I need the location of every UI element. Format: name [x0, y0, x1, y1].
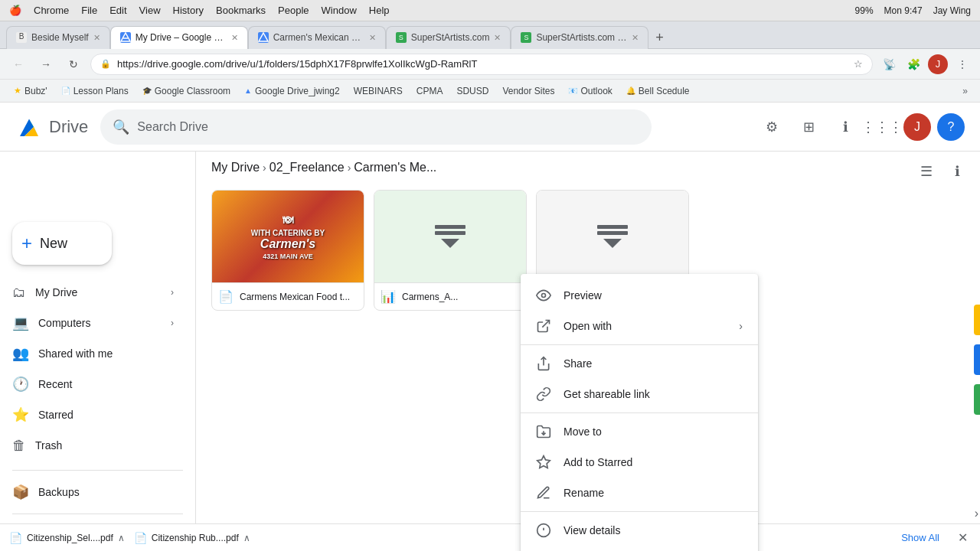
bookmark-cpma[interactable]: CPMA	[410, 83, 449, 99]
sidebar-item-computers[interactable]: 💻 Computers ›	[0, 308, 186, 338]
bookmark-sdusd[interactable]: SDUSD	[450, 83, 495, 99]
tab-carmen[interactable]: Carmen's Mexican Foo... ✕	[248, 26, 386, 49]
my-drive-expand[interactable]: ›	[171, 287, 174, 298]
menu-item-move-to[interactable]: Move to	[521, 416, 758, 447]
file-card-1[interactable]: 🍽 WITH CATERING BY Carmen's 4321 MAIN AV…	[211, 190, 364, 311]
grid-icon[interactable]: ⊞	[793, 112, 824, 142]
file-card-info-2: 📊 Carmens_A...	[374, 282, 526, 310]
menu-item-preview[interactable]: Preview	[521, 280, 758, 311]
sidebar-item-recent[interactable]: 🕐 Recent	[0, 369, 186, 399]
bookmark-drive[interactable]: ▲ Google Drive_jwing2	[238, 83, 346, 99]
settings-icon[interactable]: ⚙	[756, 112, 787, 142]
bookmarks-overflow[interactable]: »	[958, 83, 972, 99]
people-menu[interactable]: People	[278, 5, 309, 16]
menu-item-open-with[interactable]: Open with ›	[521, 311, 758, 341]
bookmark-lesson-plans[interactable]: 📄 Lesson Plans	[55, 83, 135, 99]
show-all-button[interactable]: Show All	[895, 529, 946, 546]
details-icon	[536, 523, 551, 538]
breadcrumb-current: Carmen's Me...	[354, 161, 436, 174]
expand-arrow[interactable]: ›	[975, 507, 978, 520]
view-menu[interactable]: View	[139, 5, 161, 16]
apps-icon[interactable]: ⋮⋮⋮	[867, 112, 897, 142]
address-input[interactable]: 🔒 https://drive.google.com/drive/u/1/fol…	[90, 54, 873, 75]
sidebar-item-trash[interactable]: 🗑 Trash	[0, 430, 186, 461]
edit-menu[interactable]: Edit	[109, 5, 126, 16]
tab-close-4[interactable]: ✕	[494, 33, 501, 43]
back-button[interactable]: ←	[8, 54, 29, 75]
account-icon[interactable]: J	[928, 54, 948, 74]
drive-logo[interactable]: Drive	[15, 113, 88, 141]
tab-close-5[interactable]: ✕	[632, 33, 639, 43]
drive-search[interactable]: 🔍 Search Drive	[100, 109, 652, 145]
breadcrumb: My Drive › 02_Freelance › Carmen's Me...	[196, 152, 980, 181]
history-menu[interactable]: History	[173, 5, 204, 16]
share-icon	[536, 356, 551, 371]
file-menu[interactable]: File	[81, 5, 97, 16]
forward-button[interactable]: →	[35, 54, 57, 75]
list-view-button[interactable]: ☰	[913, 158, 940, 185]
sidebar-item-shared[interactable]: 👥 Shared with me	[0, 338, 186, 369]
starred-icon: ⭐	[12, 406, 29, 423]
tab-beside-myself[interactable]: B Beside Myself ✕	[6, 26, 110, 49]
downloads-close-button[interactable]: ✕	[955, 527, 971, 548]
sidebar-item-starred[interactable]: ⭐ Starred	[0, 399, 186, 430]
menu-item-add-starred[interactable]: Add to Starred	[521, 447, 758, 478]
bookmark-star-icon[interactable]: ☆	[854, 58, 863, 70]
chrome-menu-icon[interactable]: ⋮	[952, 54, 972, 74]
mac-status: 99% Mon 9:47 Jay Wing	[855, 5, 971, 16]
new-plus-icon: +	[21, 233, 32, 254]
bookmark-webinars[interactable]: WEBINARS	[348, 83, 409, 99]
sheet-icon-2: 📊	[381, 289, 396, 304]
avatar[interactable]: J	[903, 113, 931, 141]
tab-close-1[interactable]: ✕	[93, 33, 100, 43]
menu-item-share[interactable]: Share	[521, 348, 758, 379]
bookmarks-menu[interactable]: Bookmarks	[216, 5, 266, 16]
computers-expand[interactable]: ›	[171, 318, 174, 328]
menu-label-view-details: View details	[564, 524, 743, 536]
menu-item-rename[interactable]: Rename	[521, 478, 758, 508]
file-card-2[interactable]: 📊 Carmens_A...	[374, 190, 527, 311]
tab-close-2[interactable]: ✕	[231, 33, 238, 43]
tab-my-drive[interactable]: My Drive – Google Dri... ✕	[110, 26, 248, 49]
tab-superst2[interactable]: S SuperStArtists.com – S... ✕	[511, 26, 648, 49]
breadcrumb-my-drive[interactable]: My Drive	[211, 161, 260, 174]
sidebar-divider	[12, 470, 183, 471]
bookmark-vendor[interactable]: Vendor Sites	[496, 83, 560, 99]
bookmark-google-classroom[interactable]: 🎓 Google Classroom	[136, 83, 237, 99]
reload-button[interactable]: ↻	[63, 54, 84, 75]
bookmark-bell[interactable]: 🔔 Bell Scedule	[620, 83, 696, 99]
sidebar-item-backups[interactable]: 📦 Backups	[0, 477, 186, 507]
bookmark-outlook[interactable]: 📧 Outlook	[562, 83, 618, 99]
tab-superst1[interactable]: S SuperStArtists.com ✕	[386, 26, 511, 49]
menu-item-get-link[interactable]: Get shareable link	[521, 379, 758, 409]
new-button[interactable]: + New	[12, 222, 112, 265]
cast-icon[interactable]: 📡	[879, 54, 899, 74]
apple-menu[interactable]: 🍎	[9, 5, 21, 16]
help-button[interactable]: ?	[937, 113, 965, 141]
info-icon[interactable]: ℹ	[830, 112, 861, 142]
window-menu[interactable]: Window	[322, 5, 357, 16]
open-with-icon	[536, 318, 551, 334]
extensions-icon[interactable]: 🧩	[903, 54, 923, 74]
file-name-1: Carmens Mexican Food t...	[240, 292, 358, 302]
tabs-container: B Beside Myself ✕ My Drive – Google Dri.…	[6, 21, 974, 49]
sidebar-item-my-drive[interactable]: 🗂 My Drive ›	[0, 277, 186, 308]
info-panel-button[interactable]: ℹ	[943, 158, 971, 185]
new-tab-button[interactable]: +	[648, 28, 670, 49]
tab-close-3[interactable]: ✕	[369, 33, 376, 43]
menu-item-view-details[interactable]: View details	[521, 515, 758, 546]
menu-item-manage-versions[interactable]: Manage versions	[521, 546, 758, 551]
breadcrumb-freelance[interactable]: 02_Freelance	[270, 161, 345, 174]
download-chevron-1[interactable]: ∧	[118, 533, 125, 543]
header-right: ⚙ ⊞ ℹ ⋮⋮⋮ J ?	[756, 112, 965, 142]
bookmark-bubz[interactable]: ★ Bubz'	[8, 83, 54, 99]
help-menu[interactable]: Help	[369, 5, 390, 16]
sidebar-item-label-shared: Shared with me	[38, 347, 113, 360]
chrome-menu[interactable]: Chrome	[34, 5, 69, 16]
sidebar-item-label-my-drive: My Drive	[35, 286, 77, 298]
tab-title-5: SuperStArtists.com – S...	[536, 32, 627, 43]
mac-user: Jay Wing	[933, 5, 971, 16]
rename-icon	[536, 485, 551, 500]
file-preview-2	[374, 191, 526, 282]
download-chevron-2[interactable]: ∧	[243, 533, 250, 543]
